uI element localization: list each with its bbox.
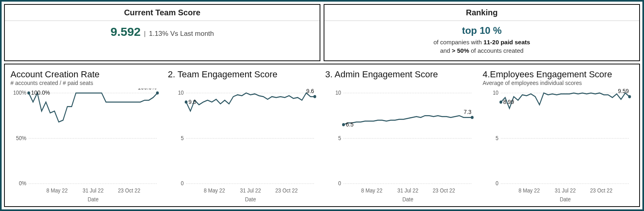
dashboard-panel: Current Team Score 9.592 | 1.13% Vs Last…: [0, 0, 644, 211]
card-title: Ranking: [324, 5, 639, 21]
ranking-detail-line-1: of companies with 11-20 paid seats: [324, 38, 639, 46]
svg-text:10: 10: [493, 90, 498, 96]
svg-text:8 May 22: 8 May 22: [361, 187, 382, 194]
svg-point-10: [27, 91, 30, 95]
chart-title: 4.Employees Engagement Score: [483, 69, 634, 80]
chart-subtitle: Average of employees individual scores: [483, 80, 634, 87]
card-body: 9.592 | 1.13% Vs Last month: [5, 21, 320, 44]
svg-point-38: [342, 123, 345, 126]
svg-text:9.59: 9.59: [618, 89, 629, 95]
svg-text:9.6: 9.6: [306, 89, 314, 94]
svg-text:100%: 100%: [13, 90, 27, 96]
svg-text:9.0: 9.0: [188, 98, 196, 105]
text: of companies with: [433, 39, 483, 46]
text: and: [440, 47, 452, 54]
svg-text:31 Jul 22: 31 Jul 22: [240, 187, 261, 194]
svg-text:100.0%: 100.0%: [31, 89, 50, 96]
chart-plot-area: 0%50%100%8 May 2231 Jul 2223 Oct 22Date1…: [10, 89, 161, 203]
svg-text:0%: 0%: [19, 180, 27, 187]
svg-text:10: 10: [178, 90, 184, 96]
card-body: top 10 % of companies with 11-20 paid se…: [324, 21, 639, 60]
svg-text:31 Jul 22: 31 Jul 22: [397, 187, 418, 194]
svg-point-39: [471, 116, 474, 119]
svg-point-53: [628, 95, 631, 98]
ranking-percentile: top 10 %: [324, 25, 639, 36]
svg-text:6.5: 6.5: [346, 121, 353, 128]
team-score-delta: 1.13% Vs Last month: [149, 30, 214, 38]
svg-text:31 Jul 22: 31 Jul 22: [555, 187, 576, 194]
chart-3: 3. Admin Engagement Score05108 May 2231 …: [322, 66, 479, 205]
svg-point-11: [156, 91, 159, 95]
seat-range: 11-20 paid seats: [483, 39, 530, 46]
svg-point-24: [185, 101, 188, 104]
svg-text:8 May 22: 8 May 22: [46, 187, 68, 194]
svg-text:10: 10: [335, 90, 341, 96]
chart-1: Account Creation Rate# accounts created …: [7, 66, 165, 205]
svg-text:23 Oct 22: 23 Oct 22: [118, 187, 140, 194]
chart-plot-area: 05108 May 2231 Jul 2223 Oct 22Date9.09.6: [168, 89, 319, 203]
svg-point-52: [500, 101, 502, 104]
chart-title: 2. Team Engagement Score: [168, 69, 319, 80]
svg-text:Date: Date: [88, 196, 99, 203]
divider: |: [144, 30, 146, 38]
svg-text:100.0%: 100.0%: [138, 89, 157, 91]
card-title: Current Team Score: [5, 5, 320, 21]
svg-text:8 May 22: 8 May 22: [518, 187, 540, 194]
chart-2: 2. Team Engagement Score05108 May 2231 J…: [165, 66, 322, 205]
svg-text:Date: Date: [402, 196, 413, 203]
svg-text:5: 5: [181, 135, 184, 141]
svg-text:23 Oct 22: 23 Oct 22: [433, 187, 455, 194]
text: of accounts created: [469, 47, 524, 54]
summary-cards-row: Current Team Score 9.592 | 1.13% Vs Last…: [4, 4, 640, 61]
svg-text:8.99: 8.99: [503, 98, 514, 105]
current-team-score-card: Current Team Score 9.592 | 1.13% Vs Last…: [4, 4, 320, 61]
threshold: > 50%: [452, 47, 469, 54]
chart-plot-area: 05108 May 2231 Jul 2223 Oct 22Date8.999.…: [483, 89, 634, 203]
chart-subtitle: [168, 80, 319, 87]
chart-plot-area: 05108 May 2231 Jul 2223 Oct 22Date6.57.3: [325, 89, 476, 203]
chart-title: 3. Admin Engagement Score: [325, 69, 476, 80]
svg-text:23 Oct 22: 23 Oct 22: [275, 187, 298, 194]
svg-text:5: 5: [338, 135, 341, 141]
svg-text:Date: Date: [245, 196, 256, 203]
svg-text:7.3: 7.3: [464, 108, 471, 115]
svg-point-25: [314, 95, 316, 98]
chart-title: Account Creation Rate: [10, 69, 161, 80]
ranking-card: Ranking top 10 % of companies with 11-20…: [324, 4, 640, 61]
svg-text:Date: Date: [560, 196, 571, 203]
svg-text:31 Jul 22: 31 Jul 22: [83, 187, 103, 194]
svg-text:50%: 50%: [16, 135, 27, 141]
svg-text:23 Oct 22: 23 Oct 22: [590, 187, 613, 194]
svg-text:0: 0: [338, 180, 341, 187]
ranking-detail-line-2: and > 50% of accounts created: [324, 46, 639, 55]
team-score-value: 9.592: [110, 25, 140, 39]
svg-text:0: 0: [181, 180, 184, 187]
charts-row: Account Creation Rate# accounts created …: [4, 64, 640, 207]
chart-subtitle: [325, 80, 476, 87]
chart-subtitle: # accounts created / # paid seats: [10, 80, 161, 87]
svg-text:8 May 22: 8 May 22: [204, 187, 225, 194]
svg-text:0: 0: [495, 180, 498, 187]
svg-text:5: 5: [495, 135, 498, 141]
chart-4: 4.Employees Engagement ScoreAverage of e…: [479, 66, 637, 205]
